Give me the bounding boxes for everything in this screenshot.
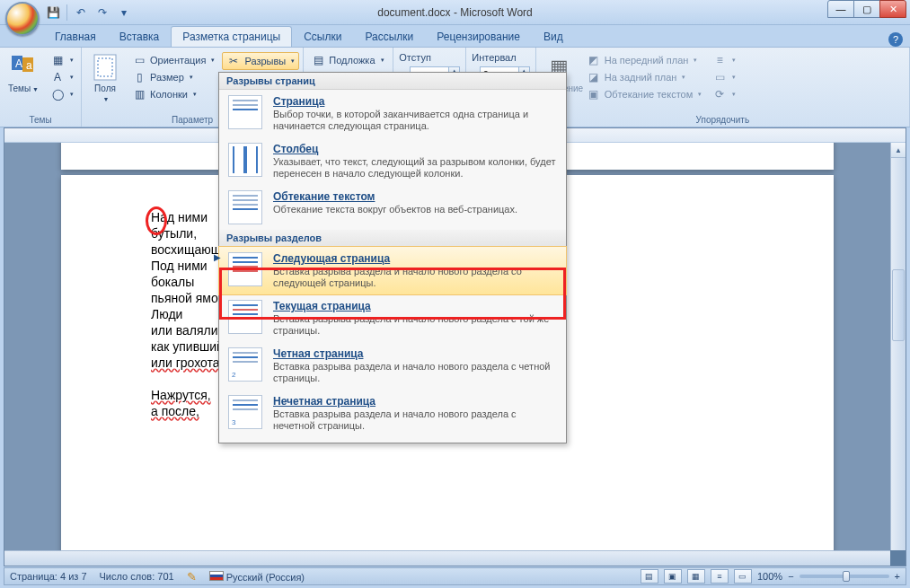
view-web-layout-button[interactable]: ▦ [687,569,705,584]
tab-review[interactable]: Рецензирование [425,26,532,47]
breaks-dropdown-menu: Разрывы страниц СтраницаВыбор точки, в к… [218,72,567,443]
watermark-button[interactable]: ▤Подложка▾ [307,52,387,68]
themes-icon: Aa [9,53,38,82]
flag-icon [209,571,224,581]
columns-icon: ▥ [132,87,146,101]
break-page-icon [228,95,262,129]
window-title: document.docx - Microsoft Word [377,6,533,19]
break-wrap-item[interactable]: Обтекание текстомОбтекание текста вокруг… [219,185,566,230]
columns-button[interactable]: ▥Колонки▾ [128,86,218,102]
view-outline-button[interactable]: ≡ [711,569,729,584]
size-icon: ▯ [132,70,146,84]
status-page[interactable]: Страница: 4 из 7 [10,571,87,582]
bring-forward-button[interactable]: ◩На передний план▾ [583,52,706,68]
quick-access-toolbar: 💾 ↶ ↷ ▾ [43,3,134,22]
fonts-icon: A [50,70,65,84]
qat-undo-icon[interactable]: ↶ [71,3,91,22]
break-even-page-desc: Вставка разрыва раздела и начало нового … [273,361,557,384]
view-print-layout-button[interactable]: ▤ [641,569,658,584]
margins-label: Поля▼ [94,83,116,104]
break-wrap-icon [228,190,262,224]
office-button[interactable] [5,2,40,36]
scroll-thumb[interactable] [892,269,905,341]
qat-save-icon[interactable]: 💾 [43,3,63,22]
orientation-button[interactable]: ▭Ориентация▾ [128,52,218,68]
svg-text:A: A [15,57,22,70]
view-full-screen-button[interactable]: ▣ [664,569,682,584]
align-icon: ≡ [712,53,727,67]
breaks-icon: ✂ [226,54,241,68]
indent-heading: Отступ [399,52,460,63]
selection-arrow-icon: ▶ [214,252,221,262]
theme-effects-button[interactable]: ◯▾ [47,86,77,102]
tab-insert[interactable]: Вставка [108,26,172,47]
break-even-page-item[interactable]: 2 Четная страницаВставка разрыва раздела… [219,342,566,390]
ribbon-tabs: Главная Вставка Разметка страницы Ссылки… [0,25,910,47]
send-backward-button[interactable]: ◪На задний план▾ [583,69,706,85]
svg-text:a: a [26,59,32,72]
tab-references[interactable]: Ссылки [292,26,353,47]
tab-home[interactable]: Главная [43,26,108,47]
break-next-page-desc: Вставка разрыва раздела и начало нового … [273,266,557,289]
break-column-item[interactable]: СтолбецУказывает, что текст, следующий з… [219,137,566,185]
rotate-button[interactable]: ⟳▾ [709,86,739,102]
zoom-out-button[interactable]: − [788,571,793,582]
rotate-icon: ⟳ [712,87,727,101]
watermark-icon: ▤ [311,53,325,67]
zoom-slider-handle[interactable] [843,571,850,582]
zoom-slider[interactable] [800,575,889,578]
margins-icon [91,53,119,82]
help-icon[interactable]: ? [888,32,903,47]
group-arrange: ▦ Положение▼ ◩На передний план▾ ◪На задн… [536,48,910,127]
break-even-page-icon: 2 [228,347,262,382]
proofing-icon[interactable]: ✎ [187,570,197,584]
horizontal-scrollbar[interactable] [4,550,890,566]
break-odd-page-item[interactable]: 3 Нечетная страницаВставка разрыва разде… [219,390,566,437]
close-button[interactable]: ✕ [879,0,906,18]
break-page-item[interactable]: СтраницаВыбор точки, в которой заканчива… [219,90,566,137]
group-objects-button[interactable]: ▭▾ [709,69,739,85]
qat-customize-icon[interactable]: ▾ [114,3,134,22]
view-draft-button[interactable]: ▭ [734,569,752,584]
wrap-icon: ▣ [587,87,601,101]
colors-icon: ▦ [50,53,65,67]
breaks-section-pages: Разрывы страниц [219,73,566,90]
breaks-button[interactable]: ✂Разрывы▾ [222,52,299,70]
themes-button[interactable]: Aa Темы▼ [4,49,43,113]
status-language[interactable]: Русский (Россия) [209,571,305,583]
margins-button[interactable]: Поля▼ [85,49,125,113]
zoom-percent[interactable]: 100% [757,571,782,582]
status-word-count[interactable]: Число слов: 701 [100,571,174,582]
theme-colors-button[interactable]: ▦▾ [47,52,77,68]
qat-redo-icon[interactable]: ↷ [93,3,112,22]
tab-view[interactable]: Вид [532,26,575,47]
break-continuous-item[interactable]: Текущая страницаВставка разрыва раздела … [219,294,566,342]
break-continuous-desc: Вставка разрыва раздела и начало нового … [273,313,557,337]
scroll-up-button[interactable]: ▲ [891,143,906,158]
align-button[interactable]: ≡▾ [709,52,739,68]
tab-page-layout[interactable]: Разметка страницы [171,26,292,47]
break-even-page-title: Четная страница [273,347,557,360]
maximize-button[interactable]: ▢ [853,0,880,18]
text-wrap-button[interactable]: ▣Обтекание текстом▾ [583,86,706,102]
break-next-page-title: Следующая страница [273,252,557,265]
vertical-scrollbar[interactable]: ▲ [890,143,906,550]
group-themes-label: Темы [4,113,77,127]
send-backward-icon: ◪ [587,70,601,84]
group-icon: ▭ [712,70,727,84]
themes-label: Темы▼ [8,83,39,94]
break-column-icon [228,143,262,177]
tab-mailings[interactable]: Рассылки [353,26,425,47]
break-column-title: Столбец [273,143,557,155]
breaks-section-sections: Разрывы разделов [219,230,566,247]
spacing-heading: Интервал [472,52,530,63]
break-continuous-icon [228,300,262,334]
break-page-title: Страница [273,95,557,108]
minimize-button[interactable]: — [827,0,854,18]
orientation-icon: ▭ [132,53,146,67]
break-odd-page-icon: 3 [228,395,262,429]
zoom-in-button[interactable]: + [895,571,900,582]
size-button[interactable]: ▯Размер▾ [128,69,218,85]
theme-fonts-button[interactable]: A▾ [47,69,77,85]
break-next-page-item[interactable]: ▶ Следующая страницаВставка разрыва разд… [219,247,566,294]
